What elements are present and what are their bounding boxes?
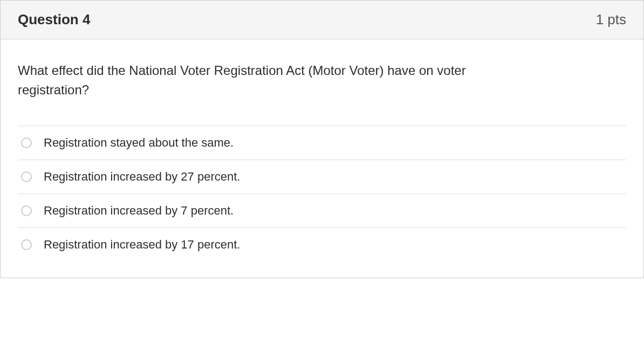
radio-icon [21,137,32,148]
question-header: Question 4 1 pts [1,1,643,39]
answer-label: Registration increased by 7 percent. [44,204,234,218]
question-text: What effect did the National Voter Regis… [18,61,514,100]
answer-option-2[interactable]: Registration increased by 7 percent. [18,194,626,227]
answer-label: Registration stayed about the same. [44,136,234,150]
answer-label: Registration increased by 27 percent. [44,170,240,184]
question-card: Question 4 1 pts What effect did the Nat… [0,0,644,278]
answer-option-3[interactable]: Registration increased by 17 percent. [18,227,626,261]
answer-option-0[interactable]: Registration stayed about the same. [18,126,626,160]
question-points: 1 pts [596,11,626,28]
answer-option-1[interactable]: Registration increased by 27 percent. [18,160,626,194]
answers-list: Registration stayed about the same. Regi… [18,126,626,261]
question-body: What effect did the National Voter Regis… [1,39,643,278]
answer-label: Registration increased by 17 percent. [44,238,240,252]
radio-icon [21,239,32,250]
radio-icon [21,171,32,182]
radio-icon [21,205,32,216]
question-title: Question 4 [18,11,90,28]
